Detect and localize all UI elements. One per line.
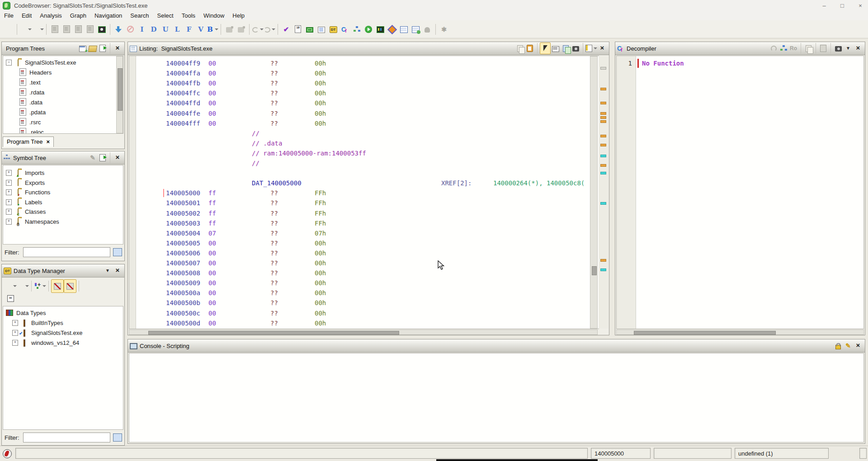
listing-line[interactable]: 14000500b00??00h [136,298,590,308]
menu-help[interactable]: Help [228,11,249,20]
new-tree-button[interactable] [78,43,88,54]
menu-search[interactable]: Search [126,11,153,20]
export-button[interactable] [98,43,108,54]
validate-button[interactable]: ✔ [280,23,292,36]
assoc-button[interactable] [34,280,46,292]
listing-line[interactable]: 14000500500??00h [136,238,590,248]
listing-line[interactable]: 140004ffa00??00h [136,68,590,78]
refresh-button[interactable] [769,43,778,54]
diff-button[interactable] [561,43,571,54]
navigation-marker[interactable] [600,268,606,271]
tree-item-imports[interactable]: +▲Imports [6,168,44,178]
paste-button[interactable] [525,43,535,54]
camera-button[interactable] [571,43,580,54]
navigation-marker[interactable] [600,202,606,205]
program-tree-view[interactable]: −SignalSlotsTest.exeHeaders.text.rdata.d… [3,56,123,134]
dtm-forward-button[interactable] [17,280,29,292]
cursor-button[interactable] [540,42,551,54]
expander-icon[interactable]: + [12,340,18,346]
menu-tools[interactable]: Tools [178,11,199,20]
dtm-button[interactable]: DT [327,23,339,36]
listing-line[interactable]: 14000500d00??00h [136,318,590,328]
filter-options-icon[interactable] [113,248,122,256]
listing-line[interactable]: 140004ffb00??00h [136,78,590,88]
copy-button[interactable] [803,43,813,54]
listing-line[interactable]: 140004ffc00??00h [136,88,590,98]
copy-button[interactable] [515,43,525,54]
undo-button[interactable] [252,23,264,36]
minimize-button[interactable]: – [819,2,829,9]
clearpencil-button[interactable]: ✎ [843,340,853,351]
listing-line[interactable]: 14000500407??07h [136,228,590,238]
console-output[interactable] [129,353,864,442]
navigation-marker[interactable] [600,112,606,115]
listing-line[interactable]: 140005002ff??FFh [136,208,590,218]
menu-analysis[interactable]: Analysis [36,11,66,20]
close-button[interactable]: × [855,2,865,9]
view-button[interactable] [585,43,597,54]
assoc-dropdown-caret[interactable] [42,285,46,287]
table-button[interactable] [398,23,410,36]
listing-line[interactable]: 14000500600??00h [136,248,590,258]
listing-line[interactable]: 140005001ff??FFh [136,198,590,208]
datalist-button[interactable] [316,23,327,36]
close-button[interactable]: × [113,152,123,163]
listing-line[interactable]: 140004ff900??00h [136,58,590,68]
menu-edit[interactable]: Edit [18,11,36,20]
listing-hscrollbar[interactable] [129,329,598,335]
tree-item-builtintypes[interactable]: +BuiltInTypes [12,318,63,328]
register-button[interactable] [421,23,433,36]
redo-button[interactable] [264,23,275,36]
tree-item-functions[interactable]: +fFunctions [6,188,50,197]
filter-options-icon[interactable] [113,433,122,442]
listing-line[interactable]: 140004ffe00??00h [136,108,590,118]
symbol-filter-input[interactable] [23,247,111,257]
close-button[interactable]: × [113,43,123,54]
expander-icon[interactable]: + [6,180,12,186]
struct2-button[interactable] [235,23,247,36]
expander-icon[interactable]: + [6,189,12,195]
tree-item--text[interactable]: .text [19,78,41,87]
listing-line[interactable]: 140005000ff??FFh [136,188,590,198]
dtm-filter-input[interactable] [23,433,111,442]
listing-line[interactable]: // ram:140005000-ram:1400053ff [136,148,590,158]
listing-line[interactable]: 14000500700??00h [136,258,590,268]
snapshot-button[interactable] [96,23,108,36]
money-button[interactable] [304,23,316,36]
menu-file[interactable]: File [0,11,18,20]
dtm-back-dropdown-caret[interactable] [13,285,17,287]
navigation-marker[interactable] [600,120,606,123]
callgraph-button[interactable] [351,23,363,36]
expander-icon[interactable]: + [12,330,18,336]
listing-line[interactable]: DAT_140005000XREF[2]:140000264(*), 14000… [136,178,590,188]
nav4-button[interactable] [84,23,96,36]
expander-icon[interactable]: − [6,60,12,66]
callgraph-button[interactable] [778,43,788,54]
bytes-button[interactable]: 10 [292,23,304,36]
tree-item--pdata[interactable]: .pdata [19,108,46,117]
navigation-marker[interactable] [600,88,606,90]
listing-line[interactable]: 14000500800??00h [136,268,590,278]
diamond-button[interactable] [386,23,398,36]
listing-line[interactable]: // [136,158,590,168]
listing-vscrollbar[interactable] [590,56,598,329]
tree-item-exports[interactable]: +Exports [6,178,45,188]
maximize-button[interactable]: □ [837,2,847,9]
export2-button[interactable] [818,43,828,54]
open-folder-button[interactable] [88,43,98,54]
back-dropdown-caret[interactable] [28,28,32,30]
format-b-dropdown-caret[interactable] [215,28,218,30]
tab-close-icon[interactable]: × [46,138,50,145]
symbol-tree-view[interactable]: +▲Imports+Exports+fFunctions+●Labels+CCl… [3,165,123,245]
collapse-button[interactable]: − [5,292,16,305]
nav2-button[interactable] [61,23,72,36]
fields-button[interactable] [551,43,561,54]
tree-item-labels[interactable]: +●Labels [6,198,42,207]
undo-dropdown-caret[interactable] [260,28,264,30]
listing-line[interactable]: // [136,128,590,138]
struct1-button[interactable] [223,23,235,36]
tree-item-classes[interactable]: +CClasses [6,207,46,216]
navigation-marker[interactable] [600,135,606,137]
decompiler-hscrollbar[interactable] [616,329,864,335]
tree-item-signalslotstest-exe[interactable]: +✔SignalSlotsTest.exe [12,328,82,338]
